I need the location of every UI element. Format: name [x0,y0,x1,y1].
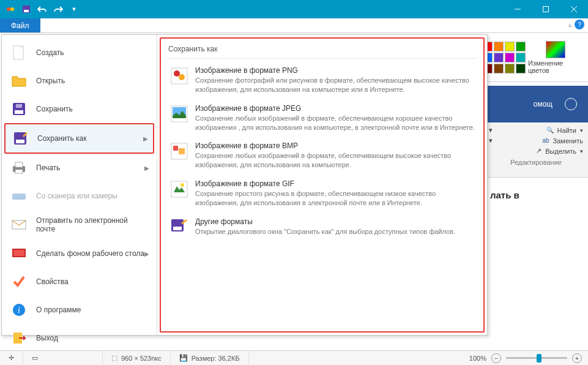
menu-scanner[interactable]: Со сканера или камеры [4,182,154,210]
edit-colors-label: Изменение цветов [528,59,583,74]
menu-label: Печать [36,164,60,172]
file-size-seg: 💾Размер: 36,2КБ [171,351,249,365]
check-icon [10,274,28,290]
edit-colors-button[interactable]: Изменение цветов [528,41,583,74]
format-desc: Сохранение простого рисунка в формате, о… [195,189,475,208]
format-title: Другие форматы [195,217,455,226]
svg-rect-35 [173,227,182,230]
menu-label: Создать [36,48,64,57]
canvas-dimensions: ⬚960 × 523пкс [103,351,171,365]
disk-icon: 💾 [179,354,188,362]
svg-rect-10 [15,110,23,114]
word-ribbon-tabs: омощ [484,86,588,122]
styles-dropdown[interactable]: ▾ [489,126,493,134]
menu-properties[interactable]: Свойства [4,268,154,296]
color-swatch[interactable] [505,53,515,62]
format-option[interactable]: Изображение в формате BMPСохранение любы… [167,137,477,175]
word-tab-label[interactable]: омощ [534,100,553,108]
menu-about[interactable]: iО программе [4,296,154,324]
menu-label: Выход [36,334,58,342]
color-swatch[interactable] [516,64,526,73]
style-dropdown-2[interactable]: ▾ [489,137,493,145]
svg-point-1 [10,7,14,11]
save-icon [10,101,28,117]
color-swatch[interactable] [505,42,515,51]
user-avatar-icon[interactable] [565,98,577,110]
zoom-out-button[interactable]: − [491,353,501,363]
svg-point-25 [174,70,180,77]
svg-rect-13 [16,140,24,143]
color-swatch[interactable] [505,64,515,73]
undo-icon[interactable] [35,2,49,16]
format-option[interactable]: Изображение в формате JPEGСохранение люб… [167,99,477,137]
menu-email[interactable]: Отправить по электронной почте [4,210,154,239]
app-icon [4,2,17,16]
menu-save-as[interactable]: Сохранить как▶ [4,123,154,154]
menu-new[interactable]: Создать [4,39,154,67]
find-button[interactable]: Найти [557,127,576,134]
menu-label: О программе [36,306,81,314]
collapse-ribbon-icon[interactable]: ▵ [568,21,572,29]
format-title: Изображение в формате JPEG [195,104,475,113]
replace-button[interactable]: Заменить [553,137,583,145]
format-desc: Сохранение любых изображений в формате, … [195,151,475,170]
menu-wallpaper[interactable]: Сделать фоном рабочего стола▶ [4,239,154,268]
format-icon [169,66,189,86]
svg-point-26 [179,74,185,80]
maximize-button[interactable] [532,0,560,18]
format-desc: Открытие диалогового окна "Сохранить как… [195,227,455,236]
tabbar: Файл ▵ ? [0,18,588,33]
format-option[interactable]: Другие форматыОткрытие диалогового окна … [167,213,477,242]
save-as-submenu: Сохранить как Изображение в формате PNGС… [160,37,485,333]
color-swatch[interactable] [494,64,504,73]
menu-save[interactable]: Сохранить [4,95,154,123]
menu-label: Открыть [36,77,65,85]
svg-rect-20 [13,250,24,256]
menu-label: Сохранить как [37,134,86,143]
close-button[interactable] [560,0,588,18]
word-editing-group: ▾ 🔍Найти ▾ ▾abЗаменить ↗Выделить▾ Редакт… [484,122,588,178]
svg-rect-16 [15,170,23,173]
selection-icon: ▭ [32,354,38,362]
format-desc: Сохранение фотографий или рисунков в фор… [195,76,475,94]
svg-rect-3 [24,10,29,12]
help-icon[interactable]: ? [575,20,584,29]
statusbar: ✛ ▭ ⬚960 × 523пкс 💾Размер: 36,2КБ 100% −… [0,350,588,365]
crosshair-icon: ✛ [9,354,14,362]
select-button[interactable]: Выделить [545,148,576,155]
dimensions-icon: ⬚ [111,354,117,362]
zoom-slider[interactable] [506,357,567,359]
format-option[interactable]: Изображение в формате PNGСохранение фото… [167,61,477,99]
cursor-position: ✛ [0,351,23,365]
format-title: Изображение в формате BMP [195,141,475,150]
svg-text:i: i [18,306,20,315]
format-desc: Сохранение любых изображений в формате, … [195,114,475,132]
file-menu-list: Создать Открыть Сохранить Сохранить как▶… [2,35,157,335]
color-swatches[interactable] [483,42,526,73]
zoom-control: 100% − + [463,353,588,363]
minimize-button[interactable] [504,0,532,18]
save-qat-icon[interactable] [20,2,33,16]
menu-open[interactable]: Открыть [4,67,154,95]
word-window: омощ ▾ 🔍Найти ▾ ▾abЗаменить ↗Выделить▾ Р… [484,86,588,213]
redo-icon[interactable] [51,2,65,16]
color-swatch[interactable] [494,53,504,62]
menu-label: Свойства [36,277,69,286]
document-text-fragment: лать в [490,190,519,200]
selection-size: ▭ [23,351,103,365]
color-swatch[interactable] [494,42,504,51]
zoom-thumb[interactable] [537,354,541,363]
format-title: Изображение в формате GIF [195,179,475,188]
qat-dropdown-icon[interactable]: ▼ [67,2,81,16]
color-swatch[interactable] [516,42,526,51]
editing-group-label: Редактирование [489,159,583,166]
menu-exit[interactable]: Выход [4,324,154,352]
color-swatch[interactable] [516,53,526,62]
exit-icon [10,330,28,346]
svg-rect-11 [16,104,22,108]
format-option[interactable]: Изображение в формате GIFСохранение прос… [167,175,477,213]
file-tab[interactable]: Файл [0,18,40,32]
zoom-in-button[interactable]: + [572,353,582,363]
menu-print[interactable]: Печать▶ [4,154,154,182]
menu-label: Отправить по электронной почте [36,216,148,233]
